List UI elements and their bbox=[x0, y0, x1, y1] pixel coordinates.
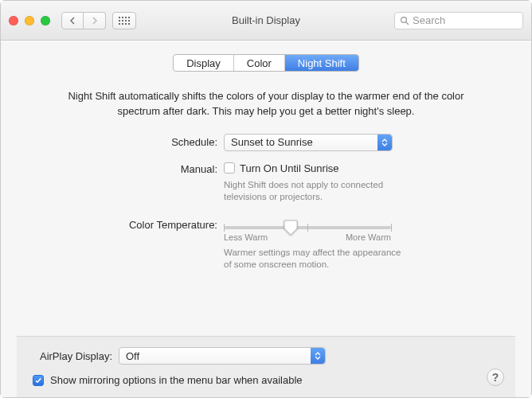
svg-line-1 bbox=[406, 21, 409, 24]
slider-min-label: Less Warm bbox=[224, 232, 268, 242]
grid-icon bbox=[119, 17, 130, 25]
tab-night-shift[interactable]: Night Shift bbox=[285, 55, 358, 71]
manual-checkbox[interactable] bbox=[224, 162, 235, 174]
nav-buttons bbox=[61, 12, 136, 29]
schedule-value: Sunset to Sunrise bbox=[231, 136, 313, 148]
schedule-label: Schedule: bbox=[17, 134, 224, 148]
schedule-row: Schedule: Sunset to Sunrise bbox=[17, 134, 515, 151]
popup-arrows-icon bbox=[377, 135, 392, 150]
color-temp-slider[interactable] bbox=[224, 226, 391, 229]
window: Built-in Display Display Color Night Shi… bbox=[0, 0, 532, 398]
search-icon bbox=[400, 16, 409, 25]
help-button[interactable]: ? bbox=[487, 369, 504, 386]
search-input[interactable] bbox=[413, 14, 518, 26]
zoom-window-button[interactable] bbox=[41, 16, 50, 25]
tab-display[interactable]: Display bbox=[174, 55, 234, 71]
slider-thumb[interactable] bbox=[284, 220, 298, 236]
mirroring-checkbox-label: Show mirroring options in the menu bar w… bbox=[50, 374, 303, 386]
chevron-right-icon bbox=[92, 17, 98, 25]
mirroring-row: Show mirroring options in the menu bar w… bbox=[33, 374, 499, 386]
mirroring-checkbox[interactable] bbox=[33, 375, 44, 386]
slider-max-label: More Warm bbox=[346, 232, 391, 242]
minimize-window-button[interactable] bbox=[25, 16, 34, 25]
footer: AirPlay Display: Off Show mirroring opti… bbox=[17, 336, 515, 397]
manual-row: Manual: Turn On Until Sunrise Night Shif… bbox=[17, 161, 515, 204]
manual-note: Night Shift does not apply to connected … bbox=[224, 179, 407, 204]
airplay-popup[interactable]: Off bbox=[119, 347, 326, 365]
airplay-value: Off bbox=[126, 350, 139, 362]
manual-checkbox-label: Turn On Until Sunrise bbox=[240, 162, 339, 174]
forward-button[interactable] bbox=[84, 12, 106, 29]
chevron-left-icon bbox=[69, 17, 76, 25]
airplay-row: AirPlay Display: Off bbox=[33, 347, 499, 365]
color-temp-label: Color Temperature: bbox=[17, 217, 224, 231]
search-field[interactable] bbox=[394, 12, 523, 29]
tab-color[interactable]: Color bbox=[234, 55, 285, 71]
settings-form: Schedule: Sunset to Sunrise Manual: bbox=[17, 134, 515, 271]
tab-bar: Display Color Night Shift bbox=[17, 54, 515, 72]
schedule-popup[interactable]: Sunset to Sunrise bbox=[224, 134, 393, 151]
manual-label: Manual: bbox=[17, 161, 224, 175]
window-controls bbox=[9, 16, 50, 25]
content-panel: Display Color Night Shift Night Shift au… bbox=[1, 41, 531, 397]
airplay-label: AirPlay Display: bbox=[33, 350, 112, 362]
close-window-button[interactable] bbox=[9, 16, 18, 25]
titlebar: Built-in Display bbox=[1, 1, 531, 41]
svg-point-0 bbox=[401, 17, 407, 22]
show-all-button[interactable] bbox=[112, 12, 136, 29]
intro-text: Night Shift automatically shifts the col… bbox=[17, 89, 515, 119]
back-button[interactable] bbox=[61, 12, 84, 29]
color-temp-row: Color Temperature: Less Warm bbox=[17, 217, 515, 271]
popup-arrows-icon bbox=[311, 348, 325, 364]
color-temp-note: Warmer settings may affect the appearanc… bbox=[224, 247, 407, 271]
